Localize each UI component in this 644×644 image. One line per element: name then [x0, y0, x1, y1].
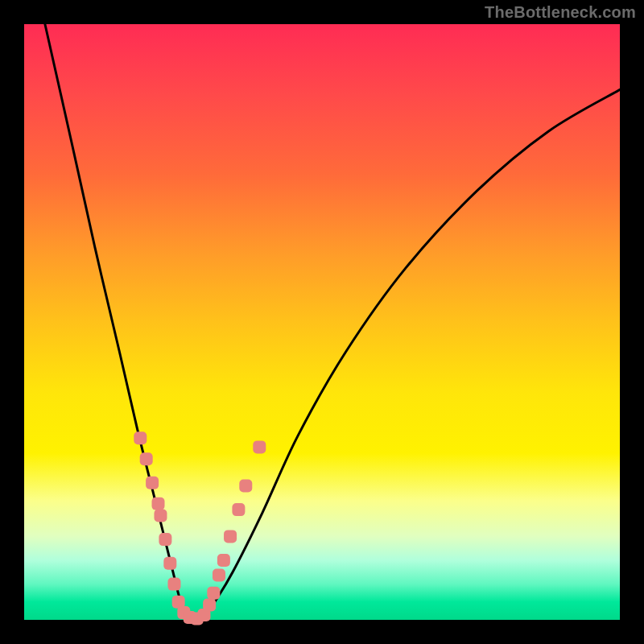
- data-point-marker: [217, 554, 230, 567]
- data-point-marker: [224, 530, 237, 543]
- data-point-marker: [134, 431, 147, 444]
- chart-container: TheBottleneck.com: [0, 0, 644, 644]
- data-point-marker: [232, 503, 245, 516]
- data-point-marker: [163, 557, 176, 570]
- curve-left: [45, 24, 191, 620]
- data-point-marker: [159, 533, 171, 546]
- data-point-marker: [207, 587, 220, 600]
- data-point-marker: [167, 578, 180, 591]
- data-point-marker: [152, 497, 165, 510]
- data-point-marker: [146, 477, 159, 489]
- chart-svg: [24, 24, 620, 620]
- watermark-text: TheBottleneck.com: [485, 3, 636, 22]
- data-point-marker: [203, 599, 216, 612]
- data-point-marker: [239, 480, 252, 493]
- data-point-marker: [213, 569, 225, 582]
- curve-right: [203, 89, 620, 620]
- plot-area: [24, 24, 620, 620]
- marker-layer: [134, 431, 266, 625]
- data-point-marker: [154, 510, 167, 522]
- data-point-marker: [253, 440, 266, 453]
- data-point-marker: [140, 452, 153, 465]
- curve-layer: [45, 24, 620, 620]
